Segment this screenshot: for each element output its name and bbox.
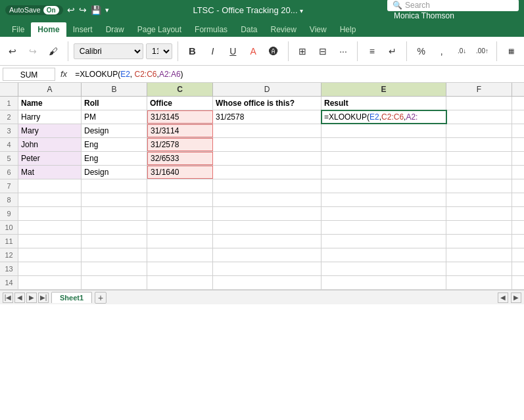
cell-e14[interactable] [322,276,446,289]
tab-home[interactable]: Home [31,22,66,37]
cell-f3[interactable] [446,124,512,137]
format-painter-btn[interactable]: 🖌 [45,42,62,60]
cell-c3[interactable]: 31/3114 [147,124,213,137]
borders-btn[interactable]: ⊞ [294,42,312,60]
bold-btn[interactable]: B [183,42,201,60]
tab-view[interactable]: View [303,22,333,37]
h-scroll-right-btn[interactable]: ▶ [511,292,521,303]
cell-c2[interactable]: 31/3145 [147,110,213,124]
cell-f4[interactable] [446,138,512,151]
cell-c14[interactable] [147,276,213,289]
cell-a8[interactable] [18,193,82,206]
cell-b6[interactable]: Design [82,166,147,179]
cell-b13[interactable] [82,262,147,275]
tab-formulas[interactable]: Formulas [188,22,234,37]
cell-d7[interactable] [213,179,322,193]
title-dropdown-icon[interactable]: ▾ [300,7,303,14]
cell-d1[interactable]: Whose office is this? [213,97,322,110]
col-header-b[interactable]: B [82,83,147,96]
cell-f5[interactable] [446,152,512,165]
cell-d11[interactable] [213,235,322,248]
cell-e10[interactable] [322,221,446,234]
cell-b11[interactable] [82,235,147,248]
tab-file[interactable]: File [5,22,31,37]
col-header-d[interactable]: D [213,83,322,96]
cell-d3[interactable] [213,124,322,137]
cell-f1[interactable] [446,97,512,110]
cell-c6[interactable]: 31/1640 [147,166,213,179]
cell-c7[interactable] [147,179,213,193]
scroll-next-btn[interactable]: ▶ [26,292,37,303]
font-color-btn[interactable]: A [245,42,262,60]
autosave-state[interactable]: On [43,6,59,14]
cell-c11[interactable] [147,235,213,248]
cell-d6[interactable] [213,166,322,179]
h-scroll-left-btn[interactable]: ◀ [498,292,508,303]
col-header-e[interactable]: E [322,83,446,96]
cell-e6[interactable] [322,166,446,179]
cell-d8[interactable] [213,193,322,206]
cell-f9[interactable] [446,207,512,220]
number-format-btn[interactable]: % [412,42,430,60]
cell-b5[interactable]: Eng [82,152,147,165]
cell-e13[interactable] [322,262,446,275]
cell-f10[interactable] [446,221,512,234]
cell-f12[interactable] [446,248,512,262]
redo-icon[interactable]: ↪ [79,5,87,15]
cell-f6[interactable] [446,166,512,179]
cell-c4[interactable]: 31/2578 [147,138,213,151]
cell-a10[interactable] [18,221,82,234]
save-icon[interactable]: 💾 [91,5,101,15]
cell-c12[interactable] [147,248,213,262]
cell-c9[interactable] [147,207,213,220]
search-bar[interactable]: 🔍 Search [387,0,519,11]
increase-decimal-btn[interactable]: .00↑ [473,42,491,60]
cell-b1[interactable]: Roll [82,97,147,110]
cell-e7[interactable] [322,179,446,193]
cell-e11[interactable] [322,235,446,248]
cell-c1[interactable]: Office [147,97,213,110]
cell-b7[interactable] [82,179,147,193]
cell-f2[interactable] [446,110,512,124]
cell-d10[interactable] [213,221,322,234]
cell-b9[interactable] [82,207,147,220]
cell-c10[interactable] [147,221,213,234]
col-header-f[interactable]: F [446,83,512,96]
cell-b12[interactable] [82,248,147,262]
cell-e12[interactable] [322,248,446,262]
wrap-btn[interactable]: ↵ [383,42,401,60]
tab-data[interactable]: Data [234,22,264,37]
sheet-tab-1[interactable]: Sheet1 [51,292,92,303]
conditional-btn[interactable]: ▦ [502,42,520,60]
underline-btn[interactable]: U [224,42,242,60]
cell-f11[interactable] [446,235,512,248]
cell-b2[interactable]: PM [82,110,147,124]
cell-e2[interactable]: =XLOOKUP(E2, C2:C6,A2: [322,110,446,124]
cell-e3[interactable] [322,124,446,137]
col-header-a[interactable]: A [18,83,82,96]
cell-f14[interactable] [446,276,512,289]
cell-e4[interactable] [322,138,446,151]
cell-d9[interactable] [213,207,322,220]
cell-e1[interactable]: Result [322,97,446,110]
cell-a4[interactable]: John [18,138,82,151]
cell-a5[interactable]: Peter [18,152,82,165]
decrease-decimal-btn[interactable]: .0↓ [453,42,471,60]
cell-a3[interactable]: Mary [18,124,82,137]
highlight-btn[interactable]: 🅐 [265,42,283,60]
tab-draw[interactable]: Draw [99,22,131,37]
cell-d13[interactable] [213,262,322,275]
cell-d5[interactable] [213,152,322,165]
cell-a9[interactable] [18,207,82,220]
tab-help[interactable]: Help [333,22,363,37]
cell-a1[interactable]: Name [18,97,82,110]
cell-d14[interactable] [213,276,322,289]
undo-btn[interactable]: ↩ [4,42,22,60]
cell-d2[interactable]: 31/2578 [213,110,322,124]
cell-a2[interactable]: Harry [18,110,82,124]
scroll-prev-btn[interactable]: ◀ [14,292,25,303]
redo-btn[interactable]: ↪ [24,42,42,60]
cell-e9[interactable] [322,207,446,220]
cell-f13[interactable] [446,262,512,275]
merge-btn[interactable]: ⊟ [314,42,332,60]
